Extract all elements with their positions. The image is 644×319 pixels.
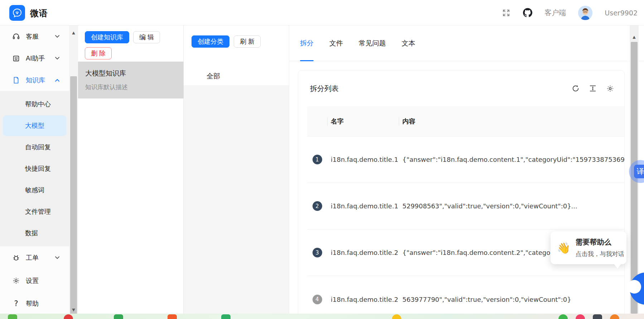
ticket-icon <box>12 254 20 262</box>
scroll-down-icon[interactable]: ▼ <box>69 307 78 313</box>
knowledge-base-submenu: 帮助中心 大模型 自动回复 快捷回复 敏感词 文件管理 数据 <box>0 91 69 246</box>
category-item-label: 全部 <box>207 72 220 81</box>
tab-faq[interactable]: 常见问题 <box>359 25 386 61</box>
taskbar-icon[interactable] <box>610 314 619 319</box>
sidebar-item-label: 客服 <box>26 32 39 41</box>
category-list: 全部 <box>184 67 289 319</box>
sidebar-scrollbar[interactable]: ▲ ▼ <box>69 25 78 319</box>
kb-item-description: 知识库默认描述 <box>85 83 184 91</box>
sidebar-item-customer-service[interactable]: 客服 <box>0 25 69 47</box>
row-name: i18n.faq.demo.title.1 <box>327 202 399 210</box>
taskbar-icon[interactable] <box>64 314 73 319</box>
row-content: {"answer":"i18n.faq.demo.content.1","cat… <box>399 156 624 163</box>
scrollbar-thumb[interactable] <box>70 76 77 319</box>
split-list-card: 拆分列表 <box>298 70 625 319</box>
help-popup-subtitle: 点击我，与我对话 <box>575 250 624 258</box>
robot-icon <box>12 54 20 62</box>
delete-kb-button[interactable]: 删 除 <box>85 47 112 59</box>
table-row[interactable]: 4 i18n.faq.demo.title.2 563977790","vali… <box>307 276 624 319</box>
sidebar-item-ticket[interactable]: 工单 <box>0 246 69 269</box>
sidebar-item-ai-assistant[interactable]: AI助手 <box>0 47 69 69</box>
column-header-name[interactable]: 名字 <box>327 117 399 126</box>
taskbar-icon[interactable] <box>593 314 602 319</box>
fullscreen-icon[interactable] <box>502 8 511 18</box>
scroll-up-icon[interactable]: ▲ <box>630 34 639 40</box>
taskbar-icon[interactable] <box>576 314 585 319</box>
app-window: 微语 客户端 <box>0 0 644 319</box>
kb-list-item[interactable]: 大模型知识库 知识库默认描述 <box>78 62 184 98</box>
chat-fab[interactable] <box>625 272 644 305</box>
sidebar-item-llm[interactable]: 大模型 <box>3 115 66 136</box>
gear-icon[interactable] <box>606 84 614 93</box>
row-index-badge: 3 <box>313 248 322 257</box>
create-kb-button[interactable]: 创建知识库 <box>85 31 129 43</box>
sidebar-item-label: 帮助 <box>26 299 39 308</box>
column-header-content[interactable]: 内容 <box>399 117 624 126</box>
sidebar-item-label: 知识库 <box>26 76 45 84</box>
sidebar-item-data[interactable]: 数据 <box>3 223 66 243</box>
help-popup-title: 需要帮助么 <box>575 237 624 247</box>
app-title: 微语 <box>30 8 48 19</box>
sidebar-item-quick-reply[interactable]: 快捷回复 <box>3 158 66 179</box>
sidebar-item-help[interactable]: ? 帮助 <box>0 292 69 315</box>
category-panel: 创建分类 刷 新 全部 <box>184 25 289 319</box>
card-title: 拆分列表 <box>310 84 339 93</box>
row-index-badge: 4 <box>313 295 322 304</box>
waving-hand-icon: 👋 <box>557 242 570 254</box>
chevron-down-icon <box>55 35 60 38</box>
sidebar-item-file-management[interactable]: 文件管理 <box>3 201 66 222</box>
sidebar-item-label: 设置 <box>26 276 39 285</box>
github-icon[interactable] <box>523 8 532 18</box>
main-content: 拆分 文件 常见问题 文本 拆分列表 <box>289 25 644 319</box>
row-name: i18n.faq.demo.title.2 <box>327 296 399 303</box>
taskbar-icon[interactable] <box>114 314 123 319</box>
row-index-badge: 2 <box>313 201 322 211</box>
column-height-icon[interactable] <box>589 84 597 93</box>
avatar[interactable] <box>578 6 592 20</box>
sidebar-item-settings[interactable]: 设置 <box>0 269 69 292</box>
gear-icon <box>12 277 20 285</box>
translate-icon: 译 <box>634 165 644 178</box>
table-row[interactable]: 2 i18n.faq.demo.title.1 529908563","vali… <box>307 183 624 229</box>
chevron-up-icon <box>55 78 60 82</box>
tab-text[interactable]: 文本 <box>402 25 415 61</box>
taskbar-icon[interactable] <box>168 314 177 319</box>
table-row[interactable]: 1 i18n.faq.demo.title.1 {"answer":"i18n.… <box>307 136 624 183</box>
bookmark-icon <box>12 76 20 84</box>
row-name: i18n.faq.demo.title.2 <box>327 249 399 256</box>
content-tabs: 拆分 文件 常见问题 文本 <box>289 25 644 61</box>
tab-split[interactable]: 拆分 <box>300 25 314 61</box>
refresh-category-button[interactable]: 刷 新 <box>234 35 261 48</box>
sidebar-item-knowledge-base[interactable]: 知识库 <box>0 69 69 91</box>
create-category-button[interactable]: 创建分类 <box>192 35 229 48</box>
chevron-down-icon <box>55 256 60 260</box>
row-content: 563977790","valid":true,"version":0,"vie… <box>399 296 624 303</box>
refresh-icon[interactable] <box>571 84 580 93</box>
chevron-down-icon <box>55 57 60 60</box>
taskbar-icon[interactable] <box>8 314 17 319</box>
username-label[interactable]: User9902 <box>605 9 638 17</box>
tab-files[interactable]: 文件 <box>329 25 343 61</box>
sidebar-nav: 客服 AI助手 知识库 <box>0 25 69 319</box>
sidebar-item-sensitive-words[interactable]: 敏感词 <box>3 180 66 200</box>
taskbar-icon[interactable] <box>221 314 231 319</box>
sidebar-item-label: 工单 <box>26 253 39 262</box>
sidebar-item-auto-reply[interactable]: 自动回复 <box>3 137 66 158</box>
table-header-row: 名字 内容 <box>307 106 624 136</box>
row-name: i18n.faq.demo.title.1 <box>327 156 399 163</box>
knowledge-base-panel: 创建知识库 编 辑 删 除 大模型知识库 知识库默认描述 <box>78 25 184 319</box>
app-logo-icon[interactable] <box>9 5 25 21</box>
taskbar-icon[interactable] <box>392 314 401 319</box>
row-content: 529908563","valid":true,"version":0,"vie… <box>399 202 624 210</box>
headset-icon <box>12 33 20 40</box>
split-table: 名字 内容 1 i18n.faq.demo.title.1 {"answer":… <box>307 106 624 319</box>
scroll-up-icon[interactable]: ▲ <box>69 30 78 35</box>
taskbar-icon[interactable] <box>558 314 568 319</box>
edit-kb-button[interactable]: 编 辑 <box>133 31 160 43</box>
client-link[interactable]: 客户端 <box>544 8 566 18</box>
sidebar-item-help-center[interactable]: 帮助中心 <box>3 94 66 115</box>
row-index-badge: 1 <box>313 155 322 164</box>
sidebar-item-label: AI助手 <box>26 54 45 63</box>
category-item-all[interactable]: 全部 <box>184 67 289 85</box>
help-popup[interactable]: 👋 需要帮助么 点击我，与我对话 <box>551 231 626 264</box>
